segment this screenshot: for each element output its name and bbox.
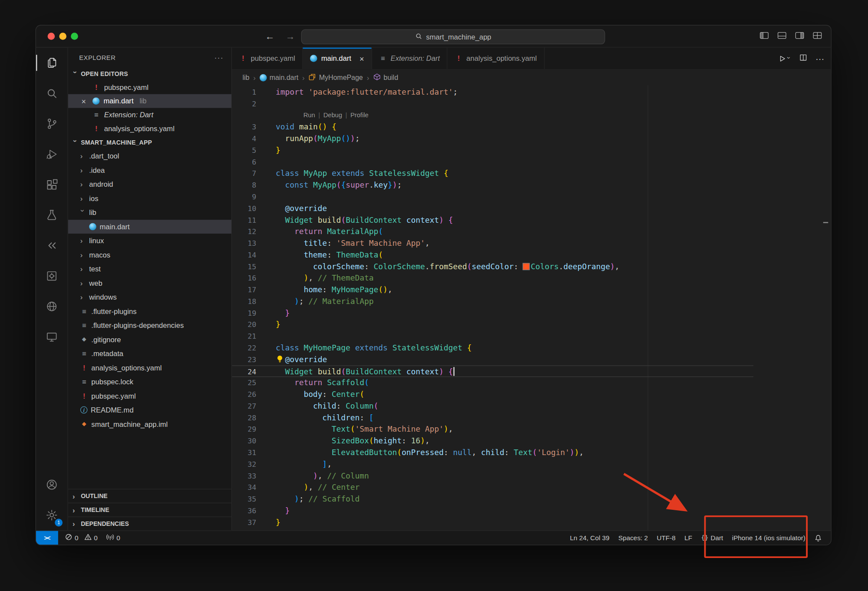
line-number[interactable]: 33	[232, 470, 256, 482]
line-number[interactable]: 7	[232, 168, 256, 179]
line-number[interactable]: 34	[232, 482, 256, 493]
toggle-primary-sidebar-icon[interactable]	[759, 32, 769, 42]
tab-pubspec-yaml[interactable]: !pubspec.yaml	[232, 48, 303, 69]
code-line[interactable]: 30 SizedBox(height: 16),	[232, 435, 831, 447]
line-number[interactable]: 26	[232, 389, 256, 400]
tree-item--dart-tool[interactable]: ›.dart_tool	[68, 149, 231, 163]
tree-item-ios[interactable]: ›ios	[68, 191, 231, 205]
activity-settings-icon[interactable]: 1	[36, 500, 68, 530]
line-number[interactable]: 29	[232, 423, 256, 435]
line-number[interactable]: 22	[232, 342, 256, 354]
section-timeline[interactable]: ›TIMELINE	[68, 503, 231, 517]
code-line[interactable]: 29 Text('Smart Machine App'),	[232, 423, 831, 435]
line-number[interactable]: 9	[232, 191, 256, 203]
code-line[interactable]: 12 return MaterialApp(	[232, 226, 831, 238]
activity-remote-explorer-icon[interactable]	[36, 322, 68, 352]
activity-source-control-icon[interactable]	[36, 109, 68, 139]
code-line[interactable]: 34 ), // Center	[232, 482, 831, 493]
code-line[interactable]: 2	[232, 98, 831, 110]
line-number[interactable]: 25	[232, 377, 256, 389]
code-line[interactable]: 6	[232, 156, 831, 168]
code-line[interactable]: 25 return Scaffold(	[232, 377, 831, 389]
line-number[interactable]: 20	[232, 319, 256, 330]
code-line[interactable]: 17 home: MyHomePage(),	[232, 284, 831, 296]
activity-search-icon[interactable]	[36, 78, 68, 109]
minimap[interactable]	[758, 86, 809, 132]
code-line[interactable]: 27 child: Column(	[232, 400, 831, 412]
close-button[interactable]	[48, 33, 55, 40]
codelens-debug-link[interactable]: Debug	[323, 109, 342, 121]
code-line[interactable]: 4 runApp(MyApp());	[232, 133, 831, 145]
tree-item-macos[interactable]: ›macos	[68, 248, 231, 262]
open-editor-item[interactable]: ×main.dartlib	[68, 94, 231, 108]
code-line[interactable]: 36 }	[232, 505, 831, 517]
status-eol[interactable]: LF	[680, 531, 696, 545]
open-editor-item[interactable]: !pubspec.yaml	[68, 80, 231, 94]
line-number[interactable]: 4	[232, 133, 256, 145]
line-number[interactable]: 10	[232, 203, 256, 215]
tab-main-dart[interactable]: main.dart×	[303, 48, 372, 69]
line-number[interactable]: 36	[232, 505, 256, 517]
tree-item-lib[interactable]: ›lib	[68, 205, 231, 220]
customize-layout-icon[interactable]	[813, 32, 822, 42]
activity-live-server-icon[interactable]	[36, 291, 68, 322]
code-editor[interactable]: 1import 'package:flutter/material.dart';…	[232, 85, 831, 530]
code-line[interactable]: 19 }	[232, 307, 831, 319]
activity-explorer-icon[interactable]	[36, 48, 68, 78]
tree-item-test[interactable]: ›test	[68, 262, 231, 276]
ports-status[interactable]: 0	[102, 531, 125, 545]
tree-item-linux[interactable]: ›linux	[68, 234, 231, 248]
close-icon[interactable]: ×	[81, 96, 86, 105]
tree-item--metadata[interactable]: ≡.metadata	[68, 347, 231, 361]
line-number[interactable]: 13	[232, 238, 256, 249]
section-dependencies[interactable]: ›DEPENDENCIES	[68, 516, 231, 530]
tab-analysis-options-yaml[interactable]: !analysis_options.yaml	[448, 48, 545, 69]
split-editor-button[interactable]	[799, 54, 807, 64]
open-editors-header[interactable]: › OPEN EDITORS	[68, 67, 231, 80]
tree-item--gitignore[interactable]: ◆.gitignore	[68, 333, 231, 347]
activity-extensions-icon[interactable]	[36, 169, 68, 200]
tree-item--flutter-plugins[interactable]: ≡.flutter-plugins	[68, 304, 231, 319]
status-flutter-device[interactable]: iPhone 14 (ios simulator)	[728, 531, 810, 545]
tree-item-pubspec-lock[interactable]: ≡pubspec.lock	[68, 375, 231, 389]
problems-status[interactable]: 00	[60, 531, 102, 545]
line-number[interactable]: 2	[232, 98, 256, 110]
open-editor-item[interactable]: !analysis_options.yaml	[68, 122, 231, 135]
tree-item--flutter-plugins-dependencies[interactable]: ≡.flutter-plugins-dependencies	[68, 318, 231, 333]
code-line[interactable]: 14 theme: ThemeData(	[232, 249, 831, 261]
breadcrumb-item-build[interactable]: build	[373, 73, 398, 83]
tab-extension-dart[interactable]: ≡Extension: Dart	[372, 48, 448, 69]
code-line[interactable]: 10 @override	[232, 203, 831, 215]
code-line[interactable]: 38	[232, 528, 831, 530]
line-number[interactable]: 21	[232, 330, 256, 342]
code-line[interactable]: 13 title: 'Smart Machine App',	[232, 238, 831, 249]
notifications-bell-icon[interactable]	[810, 531, 826, 545]
tree-item--idea[interactable]: ›.idea	[68, 163, 231, 177]
code-line[interactable]: 9	[232, 191, 831, 203]
more-actions-icon[interactable]: ···	[214, 53, 224, 62]
tree-item-analysis-options-yaml[interactable]: !analysis_options.yaml	[68, 361, 231, 375]
codelens-profile-link[interactable]: Profile	[350, 109, 369, 121]
line-number[interactable]: 12	[232, 226, 256, 238]
activity-accounts-icon[interactable]	[36, 469, 68, 500]
forward-icon[interactable]: →	[286, 31, 295, 42]
code-line[interactable]: 18 ); // MaterialApp	[232, 296, 831, 307]
code-line[interactable]: 23@override	[232, 354, 831, 366]
section-outline[interactable]: ›OUTLINE	[68, 489, 231, 503]
search-box[interactable]: smart_machine_app	[301, 30, 605, 44]
tree-item-android[interactable]: ›android	[68, 177, 231, 191]
tree-item-pubspec-yaml[interactable]: !pubspec.yaml	[68, 389, 231, 403]
status-cursor-position[interactable]: Ln 24, Col 39	[565, 531, 614, 545]
line-number[interactable]: 38	[232, 528, 256, 530]
code-line[interactable]: 24 Widget build(BuildContext context) {	[232, 365, 753, 377]
line-number[interactable]: 37	[232, 516, 256, 528]
line-number[interactable]: 11	[232, 214, 256, 226]
line-number[interactable]: 18	[232, 296, 256, 307]
breadcrumb-item-myhomepage[interactable]: MyHomePage	[309, 73, 363, 83]
line-number[interactable]: 14	[232, 249, 256, 261]
code-line[interactable]: 15 colorScheme: ColorScheme.fromSeed(see…	[232, 261, 831, 272]
status-encoding[interactable]: UTF-8	[652, 531, 680, 545]
code-line[interactable]: 21	[232, 330, 831, 342]
status-language-mode[interactable]: {}Dart	[696, 531, 727, 545]
line-number[interactable]: 35	[232, 493, 256, 505]
